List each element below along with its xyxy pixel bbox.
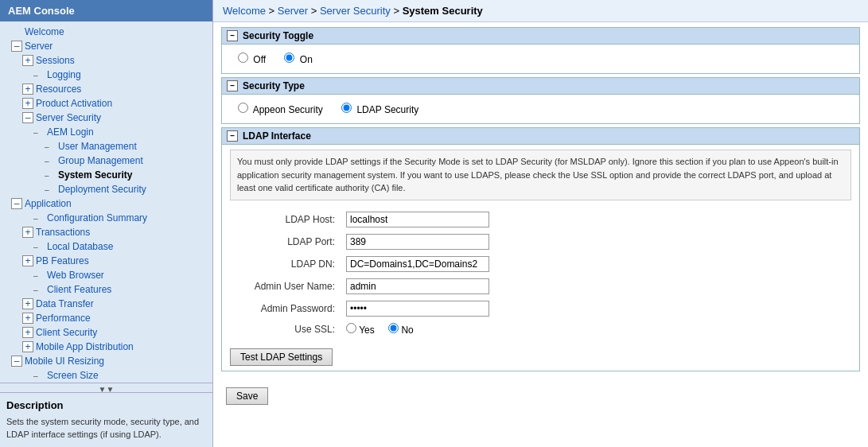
security-type-collapse-icon[interactable]: – [227,80,238,91]
expander-mobile-app[interactable]: + [22,341,33,352]
sidebar-item-web-browser[interactable]: Web Browser [0,268,212,282]
sidebar-item-system-security[interactable]: System Security [0,168,212,182]
expander-pb-features[interactable]: + [22,255,33,266]
ldap-ssl-yes-radio[interactable] [346,323,356,333]
ldap-description: You must only provide LDAP settings if t… [230,150,851,200]
security-type-appeon-radio[interactable] [238,103,248,113]
sidebar-item-mobile-ui-resizing[interactable]: – Mobile UI Resizing [0,354,212,368]
security-type-radio-group: Appeon Security LDAP Security [230,99,851,119]
security-toggle-title: Security Toggle [243,30,313,41]
expander-performance[interactable]: + [22,313,33,324]
breadcrumb-server-security[interactable]: Server Security [320,5,391,17]
expander-transactions[interactable]: + [22,227,33,238]
ldap-port-input[interactable] [346,234,489,250]
security-type-ldap-radio[interactable] [341,103,352,113]
expander-data-transfer[interactable]: + [22,298,33,309]
expander-application[interactable]: – [11,198,22,209]
expander-mobile-ui[interactable]: – [11,356,22,367]
sidebar-item-deployment-security[interactable]: Deployment Security [0,182,212,196]
bullet-screen-size [33,370,45,381]
ldap-interface-title: LDAP Interface [243,130,311,142]
security-toggle-header[interactable]: – Security Toggle [221,27,860,45]
sidebar-item-pb-features[interactable]: + PB Features [0,254,212,268]
sidebar-item-user-management[interactable]: User Management [0,139,212,154]
breadcrumb-server[interactable]: Server [278,5,308,17]
sidebar-content: Welcome – Server + Sessions [0,21,212,392]
security-toggle-on-radio[interactable] [284,52,294,63]
sidebar-item-transactions[interactable]: + Transactions [0,225,212,239]
ldap-admin-user-row: Admin User Name: [230,275,851,297]
ldap-ssl-radio-group: Yes No [346,325,425,336]
expander-sessions[interactable]: + [22,55,33,66]
security-toggle-collapse-icon[interactable]: – [227,30,238,41]
security-toggle-off-label[interactable]: Off [238,54,268,65]
security-type-ldap-label[interactable]: LDAP Security [341,104,418,115]
security-type-header[interactable]: – Security Type [221,77,860,95]
sidebar-item-performance[interactable]: + Performance [0,311,212,325]
ldap-dn-input[interactable] [346,256,489,272]
security-type-appeon-label[interactable]: Appeon Security [238,104,325,115]
ldap-ssl-no-label[interactable]: No [388,325,414,336]
scroll-arrows[interactable]: ▼▼ [0,383,212,392]
ldap-admin-password-row: Admin Password: [230,297,851,320]
sidebar-item-sessions[interactable]: + Sessions [0,53,212,68]
description-text: Sets the system security mode, security … [6,416,206,441]
sidebar-item-product-activation[interactable]: + Product Activation [0,96,212,111]
bullet-aem-login [33,126,45,138]
sidebar-item-resources[interactable]: + Resources [0,82,212,96]
bullet-system-security [45,169,56,181]
breadcrumb-welcome[interactable]: Welcome [223,5,266,17]
test-ldap-button[interactable]: Test LDAP Settings [230,348,333,366]
ldap-admin-password-input[interactable] [346,301,489,317]
ldap-form-table: LDAP Host: LDAP Port: LDAP DN: Admi [230,208,851,339]
sidebar-footer: Description Sets the system security mod… [0,392,212,447]
ldap-port-row: LDAP Port: [230,231,851,253]
ldap-ssl-no-radio[interactable] [388,323,399,333]
expander-product-activation[interactable]: + [22,98,33,109]
breadcrumb-sep3: > [393,5,402,17]
ldap-interface-collapse-icon[interactable]: – [227,130,238,142]
security-toggle-off-radio[interactable] [238,52,248,63]
bullet-web-browser [33,270,45,281]
bullet-user-management [45,141,56,152]
bullet-welcome [11,26,22,37]
sidebar-item-logging[interactable]: Logging [0,68,212,82]
bullet-logging [33,69,45,80]
bullet-config-summary [33,212,45,224]
security-toggle-on-label[interactable]: On [284,54,312,65]
breadcrumb-sep1: > [269,5,278,17]
sidebar-item-welcome[interactable]: Welcome [0,25,212,39]
sidebar-item-aem-login[interactable]: AEM Login [0,125,212,139]
save-area: Save [221,379,860,410]
sidebar-item-client-features[interactable]: Client Features [0,282,212,297]
sidebar-item-application[interactable]: – Application [0,196,212,211]
ldap-host-row: LDAP Host: [230,208,851,231]
sidebar-item-server[interactable]: – Server [0,39,212,53]
expander-client-security[interactable]: + [22,327,33,338]
sidebar-item-client-security[interactable]: + Client Security [0,325,212,340]
security-toggle-section: – Security Toggle Off On [221,27,860,74]
ldap-host-input[interactable] [346,212,489,227]
ldap-dn-row: LDAP DN: [230,253,851,275]
sidebar-item-screen-size[interactable]: Screen Size [0,368,212,383]
sidebar-item-mobile-app-distribution[interactable]: + Mobile App Distribution [0,340,212,354]
description-title: Description [6,399,206,411]
bullet-local-database [33,241,45,252]
sidebar-item-server-security[interactable]: – Server Security [0,111,212,125]
expander-server[interactable]: – [11,41,22,52]
expander-resources[interactable]: + [22,84,33,95]
ldap-interface-header[interactable]: – LDAP Interface [221,127,860,145]
sidebar-item-group-management[interactable]: Group Management [0,154,212,168]
sidebar-item-configuration-summary[interactable]: Configuration Summary [0,211,212,225]
ldap-dn-label: LDAP DN: [230,253,341,275]
ldap-admin-user-input[interactable] [346,278,489,294]
save-button[interactable]: Save [226,387,268,405]
sidebar-item-data-transfer[interactable]: + Data Transfer [0,297,212,311]
main-content: Welcome > Server > Server Security > Sys… [213,0,868,447]
sidebar-header: AEM Console [0,0,212,21]
sidebar-item-local-database[interactable]: Local Database [0,239,212,254]
breadcrumb-sep2: > [311,5,320,17]
security-toggle-radio-group: Off On [230,49,851,68]
ldap-ssl-yes-label[interactable]: Yes [346,325,377,336]
expander-server-security[interactable]: – [22,112,33,123]
